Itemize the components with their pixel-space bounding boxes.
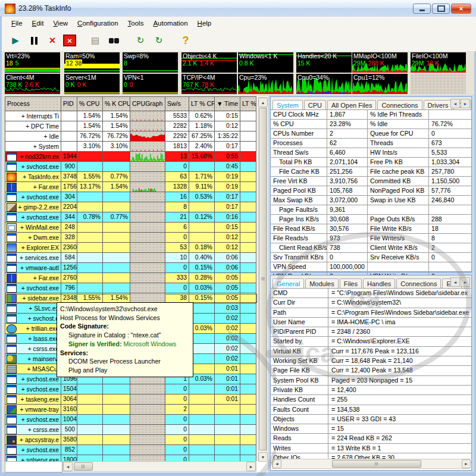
scroll-up-icon[interactable]: ▲	[258, 98, 268, 107]
process-row-nod32krnex[interactable]: + nod32krn.ex19441315.68%0:55	[5, 152, 258, 162]
process-row-svchostexe[interactable]: + svchost.exe90000:45	[5, 162, 258, 172]
menu-automation[interactable]: Automation	[148, 18, 192, 28]
scroll-right-icon[interactable]: ►	[246, 462, 256, 471]
graph-panel-mmapio[interactable]: MMapIO<100M29M288 K	[352, 52, 408, 73]
column-header-%cpu[interactable]: % CPU	[77, 96, 103, 111]
scroll-down-icon[interactable]: ▼	[258, 452, 268, 462]
properties-icon[interactable]: ▤	[87, 34, 103, 47]
maximize-button[interactable]	[432, 4, 450, 14]
process-row-TaskInfoex[interactable]: + TaskInfo.ex37481.55%0.77%631.71%0:19	[5, 172, 258, 182]
hscroll-thumb[interactable]	[332, 460, 421, 468]
refresh-icon[interactable]: ↻	[151, 34, 167, 47]
process-hscrollbar[interactable]: ◄ ►	[62, 461, 256, 472]
graph-panel-swp[interactable]: Swp=8%8	[123, 52, 178, 73]
process-vscrollbar[interactable]: ▲ ▼	[258, 97, 267, 461]
process-row-svchostexe[interactable]: + svchost.exe3440.78%0.77%210.12%0:16	[5, 212, 258, 223]
tab-scroll-left-icon[interactable]: ◄	[450, 99, 460, 108]
detail-tab-general[interactable]: General	[273, 278, 304, 288]
process-row-vmwareautl[interactable]: + vmware-autl125600.15%0:06	[5, 263, 258, 273]
menu-tools[interactable]: Tools	[123, 18, 149, 28]
detail-tab-connections[interactable]: Connections	[396, 278, 441, 288]
process-row-WinMailexe[interactable]: + WinMail.exe24860:15	[5, 223, 258, 233]
tab-scroll-left-icon[interactable]: ◄	[450, 277, 460, 287]
column-header-lt%[interactable]: LT %	[240, 96, 256, 111]
menu-file[interactable]: File	[7, 18, 27, 28]
menu-help[interactable]: Help	[193, 18, 217, 28]
cell-cpu	[77, 435, 103, 445]
menu-configuration[interactable]: Configuration	[73, 18, 123, 28]
detail-tab-handles[interactable]: Handles	[363, 278, 395, 288]
graph-panel-client[interactable]: Client<4M738 K2.6 K	[5, 74, 60, 94]
column-header-pid[interactable]: PID	[61, 96, 77, 111]
scroll-right-icon[interactable]: ►	[462, 459, 471, 468]
graph-panel-ram[interactable]: Ram=50%12 38	[64, 52, 120, 73]
system-tab-drivers[interactable]: Drivers	[424, 100, 453, 109]
process-row-taskengexe[interactable]: + taskeng.exe306400:01	[5, 394, 258, 405]
graph-panel-server[interactable]: Server<1M0 K0 K	[64, 74, 120, 94]
column-header-%kcpu[interactable]: % K CPU	[103, 96, 130, 111]
cell-process: + svchost.exe	[5, 415, 61, 425]
graph-panel-tcpip[interactable]: TCP/IP<4M767 K78 K	[181, 74, 237, 94]
minimize-button[interactable]	[413, 4, 431, 14]
refresh-pause-icon[interactable]: ↻	[133, 34, 148, 47]
menu-edit[interactable]: Edit	[27, 18, 49, 28]
find-icon[interactable]	[106, 34, 121, 47]
column-header-cpugraph[interactable]: CPUGraph	[130, 96, 165, 111]
process-row-servicesexe[interactable]: + services.exe584100.40%0:06	[5, 253, 258, 263]
resume-icon[interactable]: ▶	[8, 34, 23, 47]
system-tab-allopenfiles[interactable]: All Open Files	[327, 100, 376, 109]
graph-panel-fileio[interactable]: FileIO<100M29M18 K	[411, 52, 466, 73]
tab-scroll-right-icon[interactable]: ►	[461, 99, 470, 108]
window-icon	[7, 385, 17, 394]
process-row-InterruptsTi[interactable]: + Interrupts Ti1.54%1.54%55330.62%0:15	[5, 111, 258, 121]
vscroll-thumb[interactable]	[259, 108, 267, 450]
help-icon[interactable]: ?	[178, 34, 193, 47]
column-header-time[interactable]: ▼ Time	[215, 96, 240, 111]
title-bar[interactable]: 23.28% TaskInfo	[0, 0, 476, 17]
process-row-Idle[interactable]: + Idle76.72%76.72%229267.25%1:35:22	[5, 131, 258, 142]
graph-panel-windows[interactable]: Windows<1 K0.8 K	[238, 52, 293, 73]
scroll-left-icon[interactable]: ◄	[273, 459, 281, 468]
kill-icon[interactable]: ×	[45, 34, 60, 47]
process-row-svchostexe[interactable]: + svchost.exe150400:01	[5, 384, 258, 394]
kill-tree-icon[interactable]: ×	[63, 35, 76, 46]
system-tab-connections[interactable]: Connections	[377, 100, 422, 109]
graph-panel-vpn[interactable]: VPN<100	[123, 74, 178, 94]
process-row-System[interactable]: + System3.10%3.10%18132.40%0:17	[5, 142, 258, 152]
process-row-svchostexe[interactable]: + svchost.exe304160.53%0:17	[5, 192, 258, 202]
close-button[interactable]: ✕	[451, 4, 471, 14]
cell-kcpu	[103, 273, 130, 283]
detail-tab-modules[interactable]: Modules	[305, 278, 339, 288]
process-row-svchostexe[interactable]: + svchost.exe8520	[5, 445, 258, 455]
tab-scroll-right-icon[interactable]: ►	[461, 277, 470, 287]
graph-panel-cpu1[interactable]: Cpu1=12%	[352, 74, 408, 94]
process-row-sqlservrexe[interactable]: + sqlservr.exe18000	[5, 455, 258, 461]
process-row-Farexe[interactable]: + Far.exe27603330.28%0:05	[5, 273, 258, 283]
detail-tab-files[interactable]: Files	[340, 278, 362, 288]
graph-panel-cpu0[interactable]: Cpu0=34%	[296, 74, 352, 94]
hscroll-thumb[interactable]	[74, 462, 93, 471]
system-tab-system[interactable]: System	[273, 100, 303, 109]
process-row-csrssexe[interactable]: + csrss.exe5000	[5, 425, 258, 435]
graph-panel-objects[interactable]: Objects<4 K2.1 K1.4 K	[181, 52, 237, 73]
graph-panel-handles[interactable]: Handles<20 K15 K	[296, 52, 352, 73]
graph-panel-cpu[interactable]: Cpu=23%	[238, 74, 293, 94]
detail-hscrollbar[interactable]: ◄ ►	[272, 459, 470, 469]
pause-icon[interactable]	[26, 34, 42, 47]
menu-view[interactable]: View	[48, 18, 73, 28]
graph-panel-vrt[interactable]: Vrt=23%185	[5, 52, 60, 73]
process-row-Dwmexe[interactable]: + Dwm.exe32800:12	[5, 233, 258, 243]
process-row-apcsystraye[interactable]: + apcsystray.e35800	[5, 435, 258, 445]
process-row-Farexe[interactable]: + Far.exe175613.17%1.54%13289.11%0:19	[5, 182, 258, 192]
process-row-ExplorerEX[interactable]: + Explorer.EX2360530.18%0:12	[5, 243, 258, 253]
process-row-vmwaretray[interactable]: + vmware-tray31602	[5, 405, 258, 415]
column-header-process[interactable]: Process	[5, 96, 61, 111]
scroll-left-icon[interactable]: ◄	[63, 462, 73, 471]
system-tab-cpu[interactable]: CPU	[304, 100, 326, 109]
column-header-sws[interactable]: Sw/s	[165, 96, 189, 111]
process-row-DPCTime[interactable]: + DPC Time1.54%1.54%22821.18%0:12	[5, 121, 258, 131]
column-header-lt%cpu[interactable]: LT % CPU	[189, 96, 215, 111]
process-row-svchostexe[interactable]: + svchost.exe10040	[5, 415, 258, 425]
process-row-svchostexe[interactable]: + svchost.exe79600.03%0:05	[5, 283, 258, 293]
process-row-gimp22exe[interactable]: + gimp-2.2.exe220480:17	[5, 202, 258, 212]
